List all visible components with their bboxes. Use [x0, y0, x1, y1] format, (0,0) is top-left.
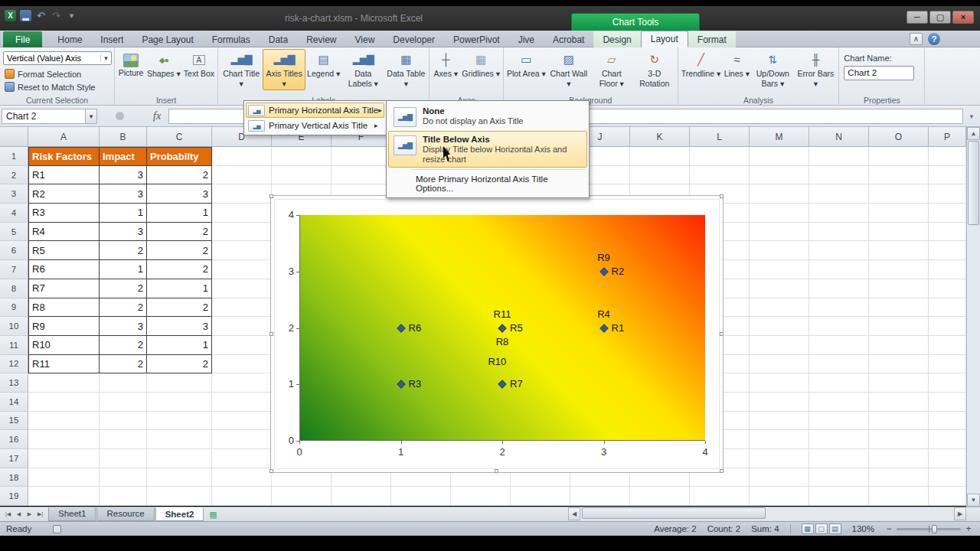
- cell-B14[interactable]: [100, 393, 147, 412]
- cell-B5[interactable]: 3: [100, 223, 147, 242]
- cell-A9[interactable]: R8: [28, 298, 100, 318]
- cell-N7[interactable]: [809, 260, 869, 279]
- sheet-tab-resource[interactable]: Resource: [96, 507, 154, 521]
- cell-D8[interactable]: [212, 279, 272, 298]
- tab-view[interactable]: View: [346, 31, 384, 47]
- tab-developer[interactable]: Developer: [384, 31, 444, 47]
- cell-N12[interactable]: [809, 355, 869, 374]
- cell-P6[interactable]: [929, 241, 966, 260]
- cell-M11[interactable]: [750, 336, 809, 355]
- cell-P11[interactable]: [929, 336, 966, 355]
- cell-N11[interactable]: [809, 336, 869, 355]
- cell-C13[interactable]: [147, 373, 212, 393]
- tab-home[interactable]: Home: [48, 31, 91, 47]
- cell-D4[interactable]: [212, 204, 272, 223]
- cell-D1[interactable]: [212, 147, 272, 166]
- chart-selection-handle[interactable]: [270, 469, 273, 473]
- chart-point-label-r9[interactable]: R9: [597, 252, 610, 263]
- chart-point-label-r3[interactable]: R3: [409, 378, 422, 390]
- scroll-down-icon[interactable]: [967, 494, 980, 507]
- reset-to-match-style-button[interactable]: Reset to Match Style: [2, 80, 113, 93]
- cell-A15[interactable]: [28, 412, 100, 431]
- chart-point-label-r5[interactable]: R5: [510, 322, 523, 334]
- tab-format[interactable]: Format: [688, 31, 736, 47]
- col-header-B[interactable]: B: [100, 127, 147, 147]
- cell-C4[interactable]: 1: [147, 204, 212, 223]
- vertical-scrollbar[interactable]: [966, 127, 980, 507]
- cell-A1[interactable]: Risk Factors: [28, 147, 100, 166]
- zoom-out-icon[interactable]: [885, 523, 893, 534]
- row-header-16[interactable]: 16: [0, 430, 28, 449]
- cell-P7[interactable]: [929, 260, 966, 279]
- cell-D2[interactable]: [212, 166, 272, 185]
- cell-A12[interactable]: R11: [28, 355, 100, 374]
- zoom-slider[interactable]: [897, 528, 961, 530]
- cell-N3[interactable]: [809, 184, 869, 204]
- cell-O19[interactable]: [869, 487, 929, 506]
- tab-design[interactable]: Design: [593, 31, 640, 47]
- cell-D12[interactable]: [212, 355, 272, 374]
- cell-M3[interactable]: [750, 184, 809, 204]
- cell-M2[interactable]: [750, 166, 809, 185]
- row-header-5[interactable]: 5: [0, 223, 28, 242]
- cell-N18[interactable]: [809, 468, 869, 487]
- vertical-scrollbar-thumb[interactable]: [968, 141, 979, 225]
- cell-C12[interactable]: 2: [147, 355, 212, 374]
- cell-N10[interactable]: [809, 317, 869, 336]
- cell-L19[interactable]: [690, 487, 750, 506]
- cell-C8[interactable]: 1: [147, 279, 212, 298]
- cell-P4[interactable]: [929, 204, 966, 223]
- cell-M19[interactable]: [750, 487, 809, 506]
- tab-layout[interactable]: Layout: [641, 31, 688, 47]
- chart-selection-handle[interactable]: [720, 469, 724, 473]
- cell-P8[interactable]: [929, 279, 966, 298]
- cell-M6[interactable]: [750, 241, 809, 260]
- tab-formulas[interactable]: Formulas: [203, 31, 260, 47]
- cell-M7[interactable]: [750, 260, 809, 279]
- tab-acrobat[interactable]: Acrobat: [544, 31, 593, 47]
- cell-A6[interactable]: R5: [28, 241, 100, 260]
- cell-P13[interactable]: [929, 373, 966, 393]
- col-header-P[interactable]: P: [929, 127, 966, 147]
- cell-O5[interactable]: [869, 223, 929, 242]
- row-header-10[interactable]: 10: [0, 317, 28, 336]
- name-box[interactable]: Chart 2: [2, 109, 86, 124]
- cell-O13[interactable]: [869, 373, 929, 393]
- col-header-M[interactable]: M: [750, 127, 809, 147]
- horizontal-scrollbar-thumb[interactable]: [582, 507, 766, 519]
- cell-O3[interactable]: [869, 184, 929, 204]
- ribbon-button-error-bars[interactable]: Error Bars ▾: [794, 49, 837, 90]
- cell-C18[interactable]: [147, 468, 212, 487]
- chart-point-label-r6[interactable]: R6: [409, 322, 422, 334]
- chart-point-label-r8[interactable]: R8: [496, 336, 509, 347]
- cell-P2[interactable]: [929, 166, 966, 185]
- cell-B2[interactable]: 3: [100, 166, 147, 185]
- cell-A11[interactable]: R10: [28, 336, 100, 355]
- row-header-18[interactable]: 18: [0, 468, 28, 487]
- cell-C19[interactable]: [147, 487, 212, 506]
- cell-D16[interactable]: [212, 430, 272, 449]
- cell-P5[interactable]: [929, 223, 966, 242]
- ribbon-button-plot-area[interactable]: Plot Area ▾: [505, 49, 547, 81]
- cell-C14[interactable]: [147, 393, 212, 412]
- chart-point-label-r2[interactable]: R2: [612, 266, 625, 277]
- help-icon[interactable]: [928, 33, 940, 45]
- row-header-4[interactable]: 4: [0, 204, 28, 223]
- cell-C11[interactable]: 1: [147, 336, 212, 355]
- ribbon-button-3-d-rotation[interactable]: 3-D Rotation: [633, 49, 676, 90]
- sheet-tab-sheet2[interactable]: Sheet2: [155, 507, 204, 521]
- cell-M8[interactable]: [750, 279, 809, 298]
- cell-O2[interactable]: [869, 166, 929, 185]
- cell-P17[interactable]: [929, 449, 966, 468]
- cell-F19[interactable]: [332, 487, 391, 506]
- cell-B13[interactable]: [100, 373, 147, 393]
- cell-A10[interactable]: R9: [28, 317, 100, 336]
- zoom-slider-thumb[interactable]: [932, 525, 937, 533]
- ribbon-button-data-table[interactable]: Data Table ▾: [384, 49, 427, 90]
- format-selection-button[interactable]: Format Selection: [2, 67, 113, 80]
- cell-B10[interactable]: 3: [100, 317, 147, 336]
- cell-P15[interactable]: [929, 412, 966, 431]
- chart-point-label-r11[interactable]: R11: [494, 308, 511, 320]
- cell-A17[interactable]: [28, 449, 100, 468]
- cell-N17[interactable]: [809, 449, 869, 468]
